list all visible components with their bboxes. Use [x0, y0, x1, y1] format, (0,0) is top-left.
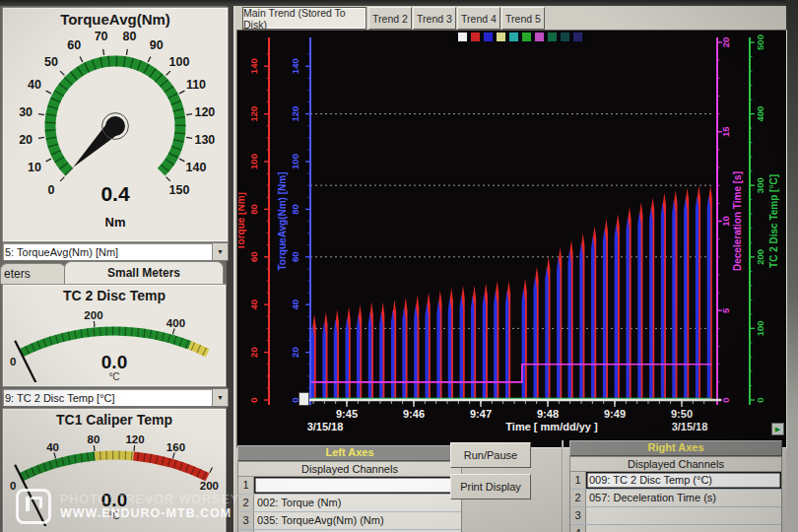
channel-cell[interactable]	[254, 477, 461, 494]
series-swatch[interactable]	[483, 32, 494, 42]
trend-chart-box: 020406080100120140Torque [Nm]02040608010…	[236, 30, 787, 448]
channel-cell[interactable]: 009: TC 2 Disc Temp (°C)	[586, 472, 781, 489]
tab-trend-3[interactable]: Trend 3	[413, 7, 456, 30]
tab-trend-2[interactable]: Trend 2	[368, 7, 412, 30]
torqueavg-gauge-panel: TorqueAvg(Nm) 01020304050607080901001101…	[2, 7, 229, 242]
dropdown-arrow-icon[interactable]: ▼	[212, 243, 228, 260]
svg-text:80: 80	[122, 30, 136, 43]
svg-text:0: 0	[10, 356, 16, 367]
table-row[interactable]: 4	[570, 525, 781, 532]
svg-text:50: 50	[44, 55, 58, 69]
table-row[interactable]: 1	[238, 477, 461, 495]
series-swatch[interactable]	[496, 32, 506, 42]
enduro-logo	[16, 489, 51, 524]
svg-text:0.4: 0.4	[100, 182, 130, 205]
svg-text:40: 40	[46, 441, 59, 453]
table-row[interactable]: 2 002: Torque (Nm)	[238, 495, 461, 512]
left-axes-table: Displayed Channels 1 2 002: Torque (Nm) …	[237, 461, 462, 532]
tab-main-trend[interactable]: Main Trend (Stored To Disk)	[242, 7, 366, 30]
disc-temp-gauge-title: TC 2 Disc Temp	[3, 285, 226, 303]
series-swatch[interactable]	[534, 32, 545, 42]
svg-text:80: 80	[88, 433, 100, 445]
svg-text:15: 15	[720, 126, 731, 137]
svg-text:60: 60	[248, 252, 259, 263]
bottom-divider	[562, 440, 564, 532]
svg-text:160: 160	[166, 441, 185, 453]
svg-text:20: 20	[248, 347, 259, 358]
svg-text:400: 400	[166, 317, 185, 329]
tab-trend-4[interactable]: Trend 4	[457, 7, 500, 30]
svg-text:20: 20	[290, 347, 300, 358]
svg-text:300: 300	[755, 177, 765, 193]
tab-meters[interactable]: eters	[0, 263, 66, 284]
svg-text:120: 120	[194, 105, 215, 119]
svg-text:10: 10	[720, 216, 731, 227]
svg-text:100: 100	[290, 154, 300, 169]
channel-cell[interactable]	[586, 525, 781, 532]
disc-temp-gauge: 02004000.0°C	[5, 303, 224, 382]
torqueavg-gauge: 01020304050607080901001101201301401500.4…	[6, 28, 225, 236]
svg-text:TorqueAvg(Nm) [Nm]: TorqueAvg(Nm) [Nm]	[277, 172, 288, 271]
channel-cell[interactable]: 002: Torque (Nm)	[254, 495, 461, 511]
svg-text:130: 130	[194, 133, 215, 147]
torqueavg-channel-value: 5: TorqueAvg(Nm) [Nm]	[3, 246, 212, 258]
svg-text:9:49: 9:49	[604, 408, 626, 420]
series-swatch[interactable]	[547, 32, 558, 42]
svg-text:0: 0	[720, 397, 731, 402]
channel-cell[interactable]: 057: Deceleration Time (s)	[586, 490, 781, 506]
svg-text:120: 120	[125, 433, 144, 445]
svg-text:20: 20	[19, 133, 33, 147]
svg-text:100: 100	[248, 154, 259, 169]
svg-text:0: 0	[755, 397, 765, 402]
right-axes-header: Right Axes	[569, 440, 782, 456]
svg-text:9:46: 9:46	[403, 408, 425, 420]
series-swatch[interactable]	[470, 32, 481, 42]
watermark-credit: PHOTO: TREVOR WORSEY	[60, 493, 239, 506]
svg-text:Nm: Nm	[105, 215, 126, 230]
svg-text:140: 140	[248, 58, 259, 74]
svg-text:120: 120	[290, 106, 300, 122]
table-row[interactable]: 2 057: Deceleration Time (s)	[570, 490, 781, 507]
svg-text:140: 140	[290, 58, 300, 74]
svg-text:Time [ mm/dd/yy ]: Time [ mm/dd/yy ]	[505, 421, 598, 432]
svg-text:3/15/18: 3/15/18	[672, 421, 708, 432]
trend-plot: 020406080100120140Torque [Nm]02040608010…	[238, 33, 783, 441]
svg-text:Torque [Nm]: Torque [Nm]	[238, 192, 246, 250]
print-display-button[interactable]: Print Display	[450, 474, 531, 499]
svg-text:30: 30	[19, 105, 33, 119]
disc-temp-channel-value: 9: TC 2 Disc Temp [°C]	[3, 392, 212, 404]
tab-trend-5[interactable]: Trend 5	[501, 7, 545, 30]
svg-text:9:48: 9:48	[537, 408, 559, 420]
series-swatch[interactable]	[560, 32, 570, 42]
run-pause-button[interactable]: Run/Pause	[450, 442, 531, 468]
channel-cell[interactable]	[586, 507, 781, 524]
watermark-site: WWW.ENDURO-MTB.COM	[60, 506, 239, 520]
svg-text:60: 60	[290, 252, 300, 263]
disc-temp-channel-select[interactable]: 9: TC 2 Disc Temp [°C] ▼	[2, 388, 229, 407]
table-row[interactable]: 1 009: TC 2 Disc Temp (°C)	[570, 472, 781, 490]
dropdown-arrow-icon[interactable]: ▼	[212, 389, 228, 406]
svg-text:500: 500	[755, 34, 765, 50]
channel-cell[interactable]: 035: TorqueAvg(Nm) (Nm)	[254, 512, 461, 529]
svg-text:60: 60	[67, 38, 81, 52]
svg-text:200: 200	[755, 249, 765, 265]
svg-text:°C: °C	[108, 371, 119, 382]
series-swatch[interactable]	[572, 32, 583, 42]
series-swatch[interactable]	[508, 32, 519, 42]
svg-text:110: 110	[186, 78, 206, 92]
svg-text:0: 0	[248, 397, 259, 402]
torqueavg-channel-select[interactable]: 5: TorqueAvg(Nm) [Nm] ▼	[2, 242, 229, 261]
svg-text:Deceleration Time [s]: Deceleration Time [s]	[732, 171, 743, 271]
table-row[interactable]: 3	[570, 507, 781, 525]
tab-small-meters[interactable]: Small Meters	[64, 261, 224, 284]
axis-scroll-thumb[interactable]	[299, 392, 309, 406]
disc-temp-gauge-panel: TC 2 Disc Temp 02004000.0°C	[2, 284, 227, 387]
svg-text:140: 140	[186, 161, 207, 174]
table-row[interactable]: 3 035: TorqueAvg(Nm) (Nm)	[238, 512, 461, 530]
svg-text:9:50: 9:50	[671, 408, 693, 420]
svg-text:100: 100	[755, 320, 765, 336]
series-swatch[interactable]	[457, 32, 468, 42]
series-swatch[interactable]	[521, 32, 532, 42]
svg-text:120: 120	[248, 106, 259, 122]
scroll-play-icon[interactable]: ▶	[771, 423, 784, 435]
